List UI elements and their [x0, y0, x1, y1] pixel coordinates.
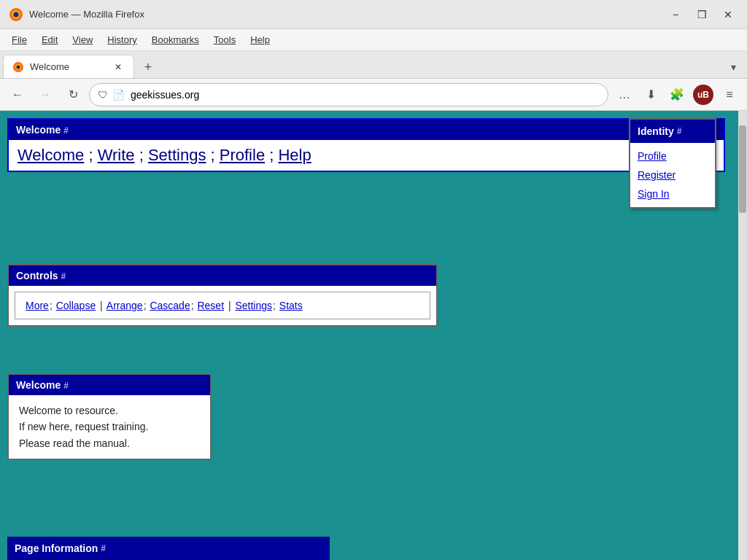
minimize-button[interactable]: −: [665, 4, 686, 25]
back-button[interactable]: ←: [6, 83, 29, 106]
extension-button[interactable]: 🧩: [665, 83, 689, 106]
new-tab-button[interactable]: +: [137, 56, 159, 78]
controls-panel: Controls# More; Collapse | Arrange; Casc…: [7, 264, 438, 327]
address-input[interactable]: [89, 83, 608, 106]
reload-button[interactable]: ↻: [61, 83, 85, 106]
tab-favicon: [12, 61, 24, 73]
identity-profile-link[interactable]: Profile: [636, 147, 709, 165]
sep4: ;: [273, 300, 276, 311]
svg-point-2: [14, 12, 19, 17]
nav-links-bar: Welcome ; Write ; Settings ; Profile ; H…: [9, 140, 724, 171]
page-info-hash: #: [101, 543, 106, 553]
welcome-line1: Welcome to resource.: [19, 402, 200, 419]
svg-point-5: [17, 65, 20, 69]
tab-label: Welcome: [30, 61, 106, 72]
window-controls: − ❒ ✕: [665, 4, 738, 25]
controls-reset-link[interactable]: Reset: [197, 300, 224, 311]
close-button[interactable]: ✕: [718, 4, 738, 25]
welcome-header-hash: #: [63, 125, 69, 136]
scrollbar[interactable]: [738, 111, 747, 560]
controls-stats-link[interactable]: Stats: [279, 300, 303, 311]
controls-more-link[interactable]: More: [26, 300, 49, 311]
sep3: ;: [191, 300, 194, 311]
welcome-widget-titlebar: Welcome#: [9, 375, 210, 395]
identity-signin-link[interactable]: Sign In: [636, 185, 709, 203]
controls-inner: More; Collapse | Arrange; Cascade; Reset…: [9, 286, 436, 325]
welcome-line2: If new here, request training.: [19, 419, 200, 435]
toolbar-icons: … ⬇ 🧩 uB ≡: [613, 83, 741, 106]
address-bar-wrapper: 🛡 📄: [89, 83, 608, 106]
welcome-header-panel: Welcome# Welcome ; Write ; Settings ; Pr…: [7, 118, 725, 172]
menu-tools[interactable]: Tools: [208, 31, 241, 48]
controls-links-box: More; Collapse | Arrange; Cascade; Reset…: [15, 292, 430, 319]
hamburger-menu-button[interactable]: ≡: [718, 83, 741, 106]
identity-register-link[interactable]: Register: [636, 166, 709, 184]
menu-view[interactable]: View: [66, 31, 98, 48]
download-button[interactable]: ⬇: [639, 83, 662, 106]
firefox-icon: [9, 7, 23, 22]
welcome-widget: Welcome# Welcome to resource. If new her…: [7, 373, 212, 460]
welcome-widget-hash: #: [63, 381, 69, 391]
window-title: Welcome — Mozilla Firefox: [29, 9, 659, 20]
more-options-button[interactable]: …: [613, 83, 636, 106]
menu-bar: File Edit View History Bookmarks Tools H…: [0, 29, 747, 51]
nav-write-link[interactable]: Write: [98, 146, 135, 164]
controls-titlebar: Controls#: [9, 265, 436, 286]
welcome-widget-body: Welcome to resource. If new here, reques…: [9, 395, 210, 459]
controls-cascade-link[interactable]: Cascade: [150, 300, 190, 311]
identity-panel: Identity # Profile Register Sign In: [629, 118, 716, 209]
pipe1: |: [100, 300, 103, 311]
nav-help-link[interactable]: Help: [278, 146, 311, 164]
controls-title-text: Controls: [16, 270, 58, 281]
welcome-widget-title: Welcome: [16, 379, 61, 391]
welcome-header-titlebar: Welcome#: [9, 120, 724, 140]
page-info-titlebar: Page Information #: [7, 537, 330, 560]
identity-hash: #: [677, 126, 682, 136]
page-content: Welcome# Welcome ; Write ; Settings ; Pr…: [0, 111, 747, 560]
page-info-title-text: Page Information: [15, 542, 98, 554]
address-bar: ← → ↻ 🛡 📄 … ⬇ 🧩 uB ≡: [0, 79, 747, 111]
menu-history[interactable]: History: [101, 31, 142, 48]
active-tab[interactable]: Welcome ✕: [3, 55, 134, 78]
nav-settings-link[interactable]: Settings: [148, 146, 206, 164]
menu-bookmarks[interactable]: Bookmarks: [146, 31, 205, 48]
identity-title-text: Identity: [638, 125, 674, 137]
controls-settings-link[interactable]: Settings: [235, 300, 272, 311]
welcome-line3: Please read the manual.: [19, 435, 200, 451]
ublock-button[interactable]: uB: [692, 83, 715, 106]
menu-edit[interactable]: Edit: [36, 31, 63, 48]
page-information-panel: Page Information #: [7, 537, 330, 560]
identity-titlebar: Identity #: [630, 120, 715, 143]
scrollbar-thumb[interactable]: [739, 125, 746, 213]
controls-collapse-link[interactable]: Collapse: [56, 300, 96, 311]
nav-profile-link[interactable]: Profile: [220, 146, 265, 164]
menu-file[interactable]: File: [6, 31, 33, 48]
restore-button[interactable]: ❒: [692, 4, 712, 25]
welcome-header-title: Welcome: [16, 124, 61, 136]
menu-help[interactable]: Help: [244, 31, 276, 48]
ublock-icon: uB: [693, 85, 713, 105]
sep1: ;: [50, 300, 53, 311]
tab-list-button[interactable]: ▾: [722, 56, 744, 78]
identity-links: Profile Register Sign In: [630, 143, 715, 207]
browser-window: Welcome — Mozilla Firefox − ❒ ✕ File Edi…: [0, 0, 747, 560]
controls-hash: #: [61, 271, 66, 281]
tab-close-button[interactable]: ✕: [112, 61, 125, 74]
title-bar: Welcome — Mozilla Firefox − ❒ ✕: [0, 0, 747, 29]
sep2: ;: [144, 300, 147, 311]
pipe2: |: [228, 300, 231, 311]
controls-arrange-link[interactable]: Arrange: [107, 300, 143, 311]
nav-welcome-link[interactable]: Welcome: [18, 146, 84, 164]
tab-bar: Welcome ✕ + ▾: [0, 51, 747, 79]
forward-button[interactable]: →: [34, 83, 57, 106]
